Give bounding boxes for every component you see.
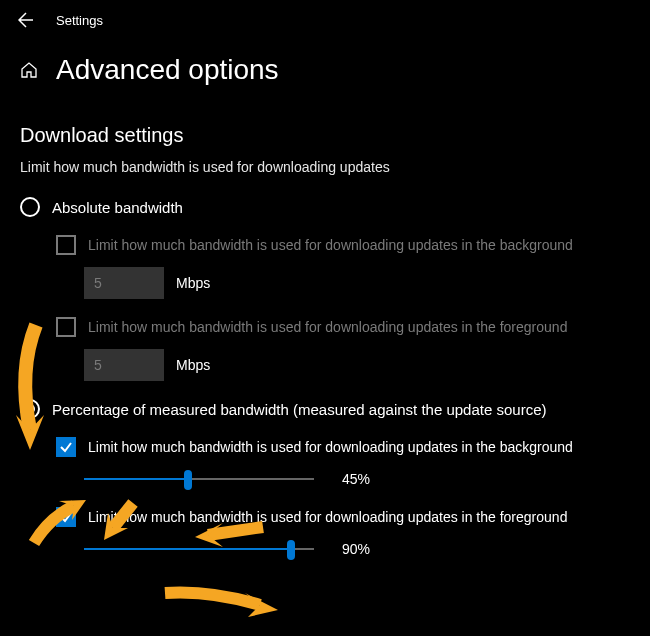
percentage-fg-slider-row: 90% bbox=[56, 539, 630, 559]
percentage-bg-slider-row: 45% bbox=[56, 469, 630, 489]
checkbox-label: Limit how much bandwidth is used for dow… bbox=[88, 509, 567, 525]
percentage-bg-slider[interactable] bbox=[84, 469, 314, 489]
home-icon[interactable] bbox=[20, 61, 38, 79]
slider-fill bbox=[84, 548, 291, 550]
absolute-fg-input[interactable] bbox=[84, 349, 164, 381]
checkbox-label: Limit how much bandwidth is used for dow… bbox=[88, 237, 573, 253]
slider-value: 45% bbox=[342, 471, 382, 487]
absolute-fg-input-row: Mbps bbox=[56, 349, 630, 381]
back-button[interactable] bbox=[16, 10, 36, 30]
slider-value: 90% bbox=[342, 541, 382, 557]
section-heading: Download settings bbox=[20, 124, 630, 147]
absolute-bg-checkbox[interactable]: Limit how much bandwidth is used for dow… bbox=[56, 235, 630, 255]
app-title: Settings bbox=[56, 13, 103, 28]
absolute-bandwidth-radio[interactable]: Absolute bandwidth bbox=[20, 197, 630, 217]
annotation-arrow-icon bbox=[160, 585, 280, 620]
absolute-bg-input-row: Mbps bbox=[56, 267, 630, 299]
percentage-fg-checkbox[interactable]: Limit how much bandwidth is used for dow… bbox=[56, 507, 630, 527]
unit-label: Mbps bbox=[176, 275, 210, 291]
title-bar: Settings bbox=[0, 0, 650, 30]
absolute-bg-input[interactable] bbox=[84, 267, 164, 299]
absolute-fg-checkbox[interactable]: Limit how much bandwidth is used for dow… bbox=[56, 317, 630, 337]
percentage-bg-checkbox[interactable]: Limit how much bandwidth is used for dow… bbox=[56, 437, 630, 457]
checkbox-label: Limit how much bandwidth is used for dow… bbox=[88, 439, 573, 455]
radio-icon bbox=[20, 399, 40, 419]
slider-thumb[interactable] bbox=[184, 470, 192, 490]
page-header: Advanced options bbox=[0, 30, 650, 96]
slider-fill bbox=[84, 478, 188, 480]
absolute-sub-block: Limit how much bandwidth is used for dow… bbox=[20, 235, 630, 381]
section-description: Limit how much bandwidth is used for dow… bbox=[20, 159, 630, 175]
unit-label: Mbps bbox=[176, 357, 210, 373]
checkbox-icon bbox=[56, 437, 76, 457]
radio-label: Percentage of measured bandwidth (measur… bbox=[52, 401, 546, 418]
checkbox-icon bbox=[56, 317, 76, 337]
percentage-sub-block: Limit how much bandwidth is used for dow… bbox=[20, 437, 630, 559]
page-title: Advanced options bbox=[56, 54, 279, 86]
content-area: Download settings Limit how much bandwid… bbox=[0, 96, 650, 559]
percentage-bandwidth-radio[interactable]: Percentage of measured bandwidth (measur… bbox=[20, 399, 630, 419]
checkbox-icon bbox=[56, 507, 76, 527]
checkbox-icon bbox=[56, 235, 76, 255]
slider-thumb[interactable] bbox=[287, 540, 295, 560]
checkbox-label: Limit how much bandwidth is used for dow… bbox=[88, 319, 567, 335]
percentage-fg-slider[interactable] bbox=[84, 539, 314, 559]
radio-label: Absolute bandwidth bbox=[52, 199, 183, 216]
back-arrow-icon bbox=[18, 12, 34, 28]
radio-icon bbox=[20, 197, 40, 217]
